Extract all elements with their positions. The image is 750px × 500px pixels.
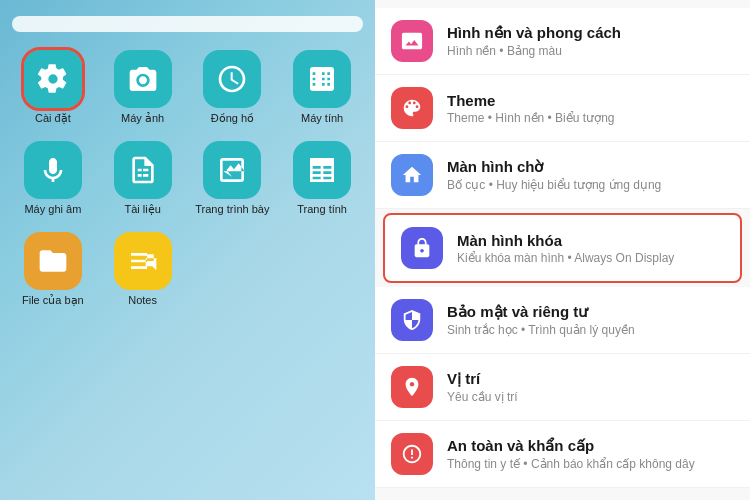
theme-subtitle: Theme • Hình nền • Biểu tượng	[447, 111, 734, 125]
settings-item-lockscreen[interactable]: Màn hình khóaKiểu khóa màn hình • Always…	[383, 213, 742, 283]
theme-title: Theme	[447, 92, 734, 109]
clock-icon	[203, 50, 261, 108]
homescreen-text: Màn hình chờBố cục • Huy hiệu biểu tượng…	[447, 158, 734, 192]
security-title: Bảo mật và riêng tư	[447, 303, 734, 321]
recorder-label: Máy ghi âm	[24, 203, 81, 215]
settings-label: Cài đặt	[35, 112, 71, 125]
slides-icon	[203, 141, 261, 199]
security-text: Bảo mật và riêng tưSinh trắc học • Trình…	[447, 303, 734, 337]
settings-item-emergency[interactable]: An toàn và khẩn cấpThông tin y tế • Cảnh…	[375, 421, 750, 488]
sheets-label: Trang tính	[297, 203, 347, 215]
lockscreen-subtitle: Kiểu khóa màn hình • Always On Display	[457, 251, 724, 265]
app-item-docs[interactable]: Tài liệu	[102, 141, 184, 216]
app-item-camera[interactable]: Máy ảnh	[102, 50, 184, 125]
settings-item-wallpaper[interactable]: Hình nền và phong cáchHình nền • Bảng mà…	[375, 8, 750, 75]
app-item-calculator[interactable]: Máy tính	[281, 50, 363, 125]
app-item-recorder[interactable]: Máy ghi âm	[12, 141, 94, 216]
settings-item-security[interactable]: Bảo mật và riêng tưSinh trắc học • Trình…	[375, 287, 750, 354]
camera-icon	[114, 50, 172, 108]
clock-label: Đồng hồ	[211, 112, 254, 125]
homescreen-title: Màn hình chờ	[447, 158, 734, 176]
location-settings-icon	[391, 366, 433, 408]
recorder-icon	[24, 141, 82, 199]
lockscreen-settings-icon	[401, 227, 443, 269]
lockscreen-title: Màn hình khóa	[457, 232, 724, 249]
settings-item-location[interactable]: Vị tríYêu cầu vị trí	[375, 354, 750, 421]
location-subtitle: Yêu cầu vị trí	[447, 390, 734, 404]
camera-label: Máy ảnh	[121, 112, 164, 125]
slides-label: Trang trình bày	[195, 203, 269, 215]
wallpaper-text: Hình nền và phong cáchHình nền • Bảng mà…	[447, 24, 734, 58]
docs-label: Tài liệu	[124, 203, 160, 216]
app-item-sheets[interactable]: Trang tính	[281, 141, 363, 216]
emergency-title: An toàn và khẩn cấp	[447, 437, 734, 455]
left-panel: Cài đặtMáy ảnhĐồng hồMáy tínhMáy ghi âmT…	[0, 0, 375, 500]
settings-item-theme[interactable]: ThemeTheme • Hình nền • Biểu tượng	[375, 75, 750, 142]
wallpaper-subtitle: Hình nền • Bảng màu	[447, 44, 734, 58]
lockscreen-text: Màn hình khóaKiểu khóa màn hình • Always…	[457, 232, 724, 265]
settings-icon	[24, 50, 82, 108]
wallpaper-settings-icon	[391, 20, 433, 62]
sheets-icon	[293, 141, 351, 199]
calculator-icon	[293, 50, 351, 108]
security-settings-icon	[391, 299, 433, 341]
app-item-slides[interactable]: Trang trình bày	[192, 141, 274, 216]
right-panel: Hình nền và phong cáchHình nền • Bảng mà…	[375, 0, 750, 500]
app-item-clock[interactable]: Đồng hồ	[192, 50, 274, 125]
app-grid: Cài đặtMáy ảnhĐồng hồMáy tínhMáy ghi âmT…	[12, 50, 363, 307]
app-item-settings[interactable]: Cài đặt	[12, 50, 94, 125]
app-item-notes[interactable]: Notes	[102, 232, 184, 307]
emergency-settings-icon	[391, 433, 433, 475]
theme-settings-icon	[391, 87, 433, 129]
security-subtitle: Sinh trắc học • Trình quản lý quyền	[447, 323, 734, 337]
location-text: Vị tríYêu cầu vị trí	[447, 370, 734, 404]
files-icon	[24, 232, 82, 290]
search-bar[interactable]	[12, 16, 363, 32]
homescreen-subtitle: Bố cục • Huy hiệu biểu tượng ứng dụng	[447, 178, 734, 192]
location-title: Vị trí	[447, 370, 734, 388]
notes-label: Notes	[128, 294, 157, 306]
settings-item-homescreen[interactable]: Màn hình chờBố cục • Huy hiệu biểu tượng…	[375, 142, 750, 209]
homescreen-settings-icon	[391, 154, 433, 196]
emergency-text: An toàn và khẩn cấpThông tin y tế • Cảnh…	[447, 437, 734, 471]
theme-text: ThemeTheme • Hình nền • Biểu tượng	[447, 92, 734, 125]
wallpaper-title: Hình nền và phong cách	[447, 24, 734, 42]
emergency-subtitle: Thông tin y tế • Cảnh báo khẩn cấp không…	[447, 457, 734, 471]
calculator-label: Máy tính	[301, 112, 343, 124]
app-item-files[interactable]: File của bạn	[12, 232, 94, 307]
files-label: File của bạn	[22, 294, 84, 307]
docs-icon	[114, 141, 172, 199]
notes-icon	[114, 232, 172, 290]
